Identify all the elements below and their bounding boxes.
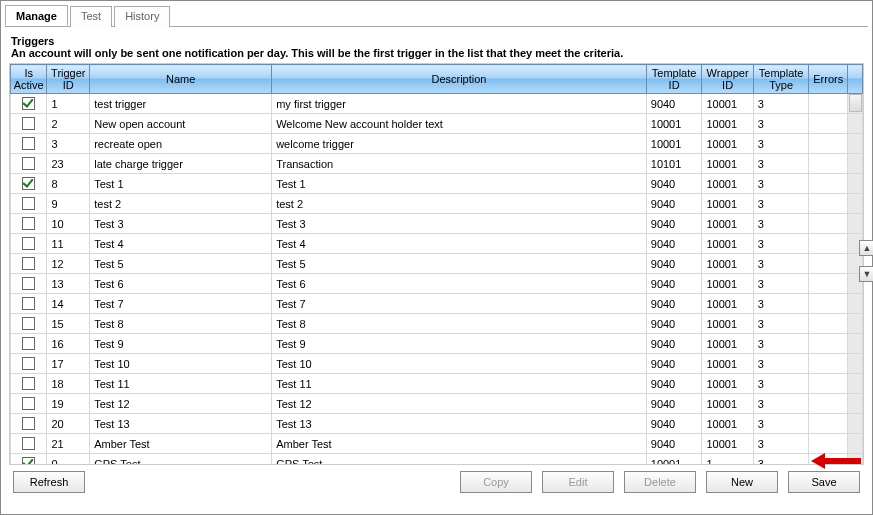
table-row[interactable]: 20Test 13Test 139040100013: [11, 414, 863, 434]
is-active-checkbox[interactable]: [22, 337, 35, 350]
scroll-gutter: [847, 374, 862, 394]
section-subtitle: An account will only be sent one notific…: [9, 47, 864, 63]
scroll-gutter: [847, 334, 862, 354]
table-row[interactable]: 11Test 4Test 49040100013: [11, 234, 863, 254]
is-active-checkbox[interactable]: [22, 97, 35, 110]
scroll-down-icon[interactable]: ▼: [859, 266, 873, 282]
cell-description: my first trigger: [272, 94, 647, 114]
table-row[interactable]: 3recreate openwelcome trigger10001100013: [11, 134, 863, 154]
tab-history[interactable]: History: [114, 6, 170, 27]
col-is-active[interactable]: Is Active: [11, 65, 47, 94]
table-row[interactable]: 13Test 6Test 69040100013: [11, 274, 863, 294]
is-active-checkbox[interactable]: [22, 257, 35, 270]
table-row[interactable]: 23late charge triggerTransaction10101100…: [11, 154, 863, 174]
table-row[interactable]: 9test 2test 29040100013: [11, 194, 863, 214]
cell-errors: [809, 354, 848, 374]
tab-manage[interactable]: Manage: [5, 5, 68, 26]
cell-trigger-id: 12: [47, 254, 90, 274]
cell-name: New open account: [90, 114, 272, 134]
is-active-checkbox[interactable]: [22, 117, 35, 130]
new-button[interactable]: New: [706, 471, 778, 493]
is-active-checkbox[interactable]: [22, 137, 35, 150]
cell-template-type: 3: [753, 354, 809, 374]
table-row[interactable]: 15Test 8Test 89040100013: [11, 314, 863, 334]
table-row[interactable]: 18Test 11Test 119040100013: [11, 374, 863, 394]
is-active-checkbox[interactable]: [22, 397, 35, 410]
cell-trigger-id: 21: [47, 434, 90, 454]
scroll-gutter: [847, 114, 862, 134]
table-row[interactable]: 21Amber TestAmber Test9040100013: [11, 434, 863, 454]
cell-template-type: 3: [753, 194, 809, 214]
cell-template-id: 9040: [646, 374, 702, 394]
table-scrollbar-thumb[interactable]: [849, 94, 862, 112]
is-active-checkbox[interactable]: [22, 457, 35, 465]
cell-template-id: 9040: [646, 434, 702, 454]
is-active-checkbox[interactable]: [22, 197, 35, 210]
cell-description: Amber Test: [272, 434, 647, 454]
col-errors[interactable]: Errors: [809, 65, 848, 94]
table-row[interactable]: 8Test 1Test 19040100013: [11, 174, 863, 194]
table-row[interactable]: 0GPS TestGPS Test1000113: [11, 454, 863, 466]
edit-button[interactable]: Edit: [542, 471, 614, 493]
cell-name: Test 1: [90, 174, 272, 194]
table-row[interactable]: 19Test 12Test 129040100013: [11, 394, 863, 414]
table-row[interactable]: 10Test 3Test 39040100013: [11, 214, 863, 234]
is-active-checkbox[interactable]: [22, 357, 35, 370]
table-row[interactable]: 1test triggermy first trigger9040100013: [11, 94, 863, 114]
cell-errors: [809, 414, 848, 434]
table-row[interactable]: 17Test 10Test 109040100013: [11, 354, 863, 374]
save-button[interactable]: Save: [788, 471, 860, 493]
cell-wrapper-id: 10001: [702, 94, 753, 114]
cell-wrapper-id: 10001: [702, 294, 753, 314]
copy-button[interactable]: Copy: [460, 471, 532, 493]
cell-trigger-id: 1: [47, 94, 90, 114]
cell-template-type: 3: [753, 154, 809, 174]
table-row[interactable]: 2New open accountWelcome New account hol…: [11, 114, 863, 134]
cell-template-id: 9040: [646, 94, 702, 114]
col-template-id[interactable]: Template ID: [646, 65, 702, 94]
scroll-gutter: [847, 314, 862, 334]
is-active-checkbox[interactable]: [22, 177, 35, 190]
cell-errors: [809, 154, 848, 174]
cell-errors: [809, 294, 848, 314]
col-name[interactable]: Name: [90, 65, 272, 94]
scroll-gutter: [847, 294, 862, 314]
tab-test[interactable]: Test: [70, 6, 112, 27]
is-active-checkbox[interactable]: [22, 317, 35, 330]
cell-wrapper-id: 10001: [702, 434, 753, 454]
cell-errors: [809, 194, 848, 214]
table-row[interactable]: 16Test 9Test 99040100013: [11, 334, 863, 354]
col-scroll-gutter: [847, 65, 862, 94]
outer-scrollbar: ▲ ▼: [859, 240, 873, 282]
is-active-checkbox[interactable]: [22, 277, 35, 290]
refresh-button[interactable]: Refresh: [13, 471, 85, 493]
cell-name: Test 4: [90, 234, 272, 254]
col-wrapper-id[interactable]: Wrapper ID: [702, 65, 753, 94]
cell-wrapper-id: 10001: [702, 114, 753, 134]
is-active-checkbox[interactable]: [22, 437, 35, 450]
cell-wrapper-id: 10001: [702, 234, 753, 254]
cell-wrapper-id: 10001: [702, 334, 753, 354]
scroll-up-icon[interactable]: ▲: [859, 240, 873, 256]
cell-trigger-id: 10: [47, 214, 90, 234]
is-active-checkbox[interactable]: [22, 417, 35, 430]
delete-button[interactable]: Delete: [624, 471, 696, 493]
table-row[interactable]: 12Test 5Test 59040100013: [11, 254, 863, 274]
cell-trigger-id: 18: [47, 374, 90, 394]
cell-template-type: 3: [753, 414, 809, 434]
cell-description: Test 12: [272, 394, 647, 414]
col-description[interactable]: Description: [272, 65, 647, 94]
cell-template-id: 9040: [646, 394, 702, 414]
cell-errors: [809, 454, 848, 466]
is-active-checkbox[interactable]: [22, 377, 35, 390]
triggers-table: Is Active Trigger ID Name Description Te…: [9, 63, 864, 465]
cell-name: Test 12: [90, 394, 272, 414]
cell-template-type: 3: [753, 94, 809, 114]
is-active-checkbox[interactable]: [22, 297, 35, 310]
table-row[interactable]: 14Test 7Test 79040100013: [11, 294, 863, 314]
is-active-checkbox[interactable]: [22, 157, 35, 170]
col-template-type[interactable]: Template Type: [753, 65, 809, 94]
col-trigger-id[interactable]: Trigger ID: [47, 65, 90, 94]
is-active-checkbox[interactable]: [22, 237, 35, 250]
is-active-checkbox[interactable]: [22, 217, 35, 230]
